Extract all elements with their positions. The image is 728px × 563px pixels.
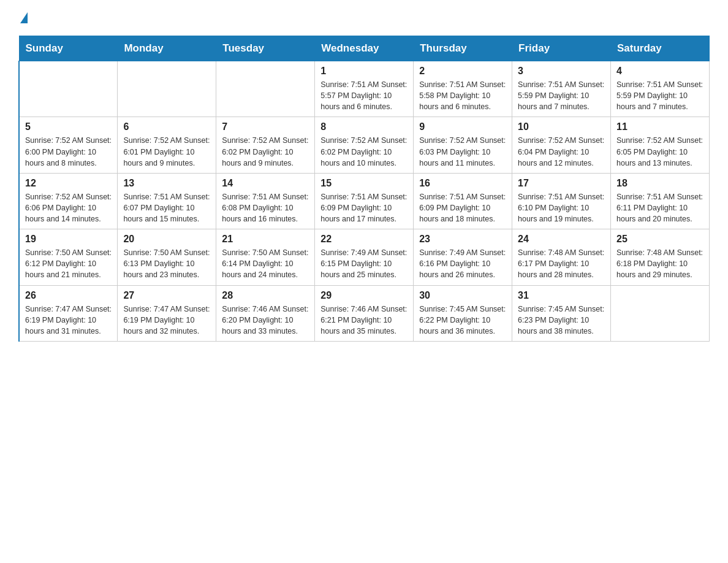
day-info: Sunrise: 7:51 AM Sunset: 6:07 PM Dayligh… [123,191,210,224]
day-info: Sunrise: 7:51 AM Sunset: 6:10 PM Dayligh… [518,191,605,224]
day-number: 15 [320,178,408,189]
day-number: 20 [123,234,210,245]
day-number: 1 [320,66,408,77]
column-header-saturday: Saturday [611,36,710,61]
day-info: Sunrise: 7:52 AM Sunset: 6:02 PM Dayligh… [222,135,309,168]
day-number: 25 [616,234,703,245]
day-info: Sunrise: 7:51 AM Sunset: 5:59 PM Dayligh… [518,79,605,112]
day-info: Sunrise: 7:52 AM Sunset: 6:00 PM Dayligh… [25,135,112,168]
day-info: Sunrise: 7:47 AM Sunset: 6:19 PM Dayligh… [25,304,112,337]
day-info: Sunrise: 7:52 AM Sunset: 6:04 PM Dayligh… [518,135,605,168]
day-number: 3 [518,66,605,77]
day-number: 17 [518,178,605,189]
day-number: 22 [320,234,408,245]
calendar-cell: 21Sunrise: 7:50 AM Sunset: 6:14 PM Dayli… [216,229,315,285]
calendar-cell: 13Sunrise: 7:51 AM Sunset: 6:07 PM Dayli… [118,173,216,229]
column-header-monday: Monday [118,36,216,61]
day-info: Sunrise: 7:49 AM Sunset: 6:16 PM Dayligh… [419,247,506,280]
calendar-cell: 24Sunrise: 7:48 AM Sunset: 6:17 PM Dayli… [512,229,611,285]
day-info: Sunrise: 7:52 AM Sunset: 6:06 PM Dayligh… [25,191,112,224]
column-header-friday: Friday [512,36,611,61]
calendar-week-4: 19Sunrise: 7:50 AM Sunset: 6:12 PM Dayli… [19,229,710,285]
column-header-wednesday: Wednesday [315,36,414,61]
day-number: 10 [518,121,605,132]
calendar-cell: 8Sunrise: 7:52 AM Sunset: 6:02 PM Daylig… [315,117,414,173]
day-info: Sunrise: 7:52 AM Sunset: 6:01 PM Dayligh… [123,135,210,168]
calendar-cell: 7Sunrise: 7:52 AM Sunset: 6:02 PM Daylig… [216,117,315,173]
day-number: 24 [518,234,605,245]
calendar-cell: 26Sunrise: 7:47 AM Sunset: 6:19 PM Dayli… [19,285,118,341]
calendar-cell: 1Sunrise: 7:51 AM Sunset: 5:57 PM Daylig… [315,61,414,117]
calendar-cell: 10Sunrise: 7:52 AM Sunset: 6:04 PM Dayli… [512,117,611,173]
day-info: Sunrise: 7:52 AM Sunset: 6:05 PM Dayligh… [616,135,703,168]
calendar-cell: 30Sunrise: 7:45 AM Sunset: 6:22 PM Dayli… [414,285,512,341]
calendar-cell: 27Sunrise: 7:47 AM Sunset: 6:19 PM Dayli… [118,285,216,341]
day-info: Sunrise: 7:45 AM Sunset: 6:23 PM Dayligh… [518,304,605,337]
day-info: Sunrise: 7:46 AM Sunset: 6:20 PM Dayligh… [222,304,309,337]
day-number: 18 [616,178,703,189]
day-number: 30 [419,290,506,301]
day-info: Sunrise: 7:51 AM Sunset: 5:59 PM Dayligh… [616,79,703,112]
day-info: Sunrise: 7:52 AM Sunset: 6:02 PM Dayligh… [320,135,408,168]
calendar-cell: 11Sunrise: 7:52 AM Sunset: 6:05 PM Dayli… [611,117,710,173]
day-info: Sunrise: 7:48 AM Sunset: 6:17 PM Dayligh… [518,247,605,280]
day-info: Sunrise: 7:51 AM Sunset: 6:09 PM Dayligh… [419,191,506,224]
header-row: SundayMondayTuesdayWednesdayThursdayFrid… [19,36,710,61]
calendar-cell: 12Sunrise: 7:52 AM Sunset: 6:06 PM Dayli… [19,173,118,229]
calendar-cell [19,61,118,117]
day-info: Sunrise: 7:46 AM Sunset: 6:21 PM Dayligh… [320,304,408,337]
calendar-cell [118,61,216,117]
calendar-cell: 16Sunrise: 7:51 AM Sunset: 6:09 PM Dayli… [414,173,512,229]
column-header-tuesday: Tuesday [216,36,315,61]
column-header-sunday: Sunday [19,36,118,61]
calendar-cell [216,61,315,117]
day-info: Sunrise: 7:47 AM Sunset: 6:19 PM Dayligh… [123,304,210,337]
day-info: Sunrise: 7:52 AM Sunset: 6:03 PM Dayligh… [419,135,506,168]
calendar-table: SundayMondayTuesdayWednesdayThursdayFrid… [18,36,710,342]
calendar-cell: 22Sunrise: 7:49 AM Sunset: 6:15 PM Dayli… [315,229,414,285]
logo [18,12,28,25]
calendar-week-3: 12Sunrise: 7:52 AM Sunset: 6:06 PM Dayli… [19,173,710,229]
day-number: 6 [123,121,210,132]
calendar-cell: 4Sunrise: 7:51 AM Sunset: 5:59 PM Daylig… [611,61,710,117]
calendar-cell: 3Sunrise: 7:51 AM Sunset: 5:59 PM Daylig… [512,61,611,117]
day-number: 12 [25,178,112,189]
day-info: Sunrise: 7:50 AM Sunset: 6:12 PM Dayligh… [25,247,112,280]
calendar-cell: 2Sunrise: 7:51 AM Sunset: 5:58 PM Daylig… [414,61,512,117]
day-number: 8 [320,121,408,132]
calendar-cell: 20Sunrise: 7:50 AM Sunset: 6:13 PM Dayli… [118,229,216,285]
day-number: 19 [25,234,112,245]
calendar-header: SundayMondayTuesdayWednesdayThursdayFrid… [19,36,710,61]
day-info: Sunrise: 7:50 AM Sunset: 6:14 PM Dayligh… [222,247,309,280]
calendar-cell: 19Sunrise: 7:50 AM Sunset: 6:12 PM Dayli… [19,229,118,285]
calendar-cell: 29Sunrise: 7:46 AM Sunset: 6:21 PM Dayli… [315,285,414,341]
day-info: Sunrise: 7:49 AM Sunset: 6:15 PM Dayligh… [320,247,408,280]
day-info: Sunrise: 7:51 AM Sunset: 6:11 PM Dayligh… [616,191,703,224]
day-number: 21 [222,234,309,245]
day-number: 5 [25,121,112,132]
calendar-week-5: 26Sunrise: 7:47 AM Sunset: 6:19 PM Dayli… [19,285,710,341]
day-info: Sunrise: 7:51 AM Sunset: 6:08 PM Dayligh… [222,191,309,224]
logo-arrow-icon [20,12,28,23]
calendar-cell: 6Sunrise: 7:52 AM Sunset: 6:01 PM Daylig… [118,117,216,173]
calendar-cell: 18Sunrise: 7:51 AM Sunset: 6:11 PM Dayli… [611,173,710,229]
day-info: Sunrise: 7:51 AM Sunset: 6:09 PM Dayligh… [320,191,408,224]
calendar-week-1: 1Sunrise: 7:51 AM Sunset: 5:57 PM Daylig… [19,61,710,117]
day-number: 26 [25,290,112,301]
day-number: 14 [222,178,309,189]
calendar-week-2: 5Sunrise: 7:52 AM Sunset: 6:00 PM Daylig… [19,117,710,173]
day-number: 9 [419,121,506,132]
calendar-cell [611,285,710,341]
day-number: 31 [518,290,605,301]
calendar-cell: 15Sunrise: 7:51 AM Sunset: 6:09 PM Dayli… [315,173,414,229]
day-info: Sunrise: 7:45 AM Sunset: 6:22 PM Dayligh… [419,304,506,337]
calendar-cell: 28Sunrise: 7:46 AM Sunset: 6:20 PM Dayli… [216,285,315,341]
day-number: 2 [419,66,506,77]
calendar-cell: 17Sunrise: 7:51 AM Sunset: 6:10 PM Dayli… [512,173,611,229]
day-number: 11 [616,121,703,132]
calendar-cell: 31Sunrise: 7:45 AM Sunset: 6:23 PM Dayli… [512,285,611,341]
calendar-body: 1Sunrise: 7:51 AM Sunset: 5:57 PM Daylig… [19,61,710,342]
day-info: Sunrise: 7:50 AM Sunset: 6:13 PM Dayligh… [123,247,210,280]
day-number: 27 [123,290,210,301]
day-number: 29 [320,290,408,301]
